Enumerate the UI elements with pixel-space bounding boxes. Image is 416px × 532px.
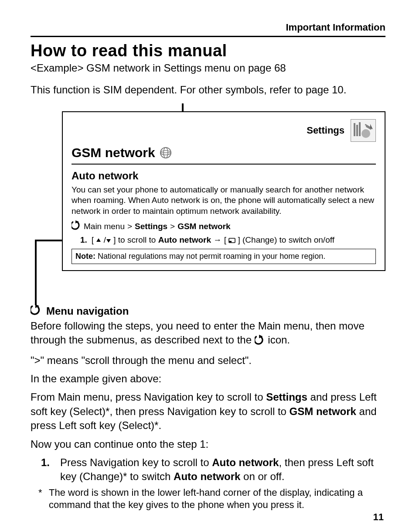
outer-step: 1. Press Navigation key to scroll to Aut…: [41, 456, 385, 484]
p4-gsm: GSM network: [290, 405, 356, 417]
menu-nav-p5: Now you can continue onto the step 1:: [31, 437, 385, 451]
p4-settings: Settings: [266, 391, 307, 403]
svg-point-4: [361, 129, 370, 138]
auto-network-desc: You can set your phone to automatically …: [72, 185, 376, 217]
menu-nav-heading: Menu navigation: [31, 304, 385, 318]
diagram: Settings GSM network: [31, 103, 385, 295]
page: Important Information How to read this m…: [0, 0, 416, 532]
nav-sep1: >: [127, 221, 132, 232]
up-down-icon: /: [94, 235, 113, 244]
outer-step-num: 1.: [41, 456, 52, 484]
auto-network-title: Auto network: [72, 170, 376, 182]
softkey-icon: [226, 235, 238, 244]
page-number: 11: [373, 511, 384, 523]
arrow-then: → [: [211, 235, 226, 244]
menu-nav-heading-text: Menu navigation: [46, 305, 129, 317]
footnote-text: The word is shown in the lower left-hand…: [49, 487, 385, 511]
inner-step-num: 1.: [80, 235, 87, 246]
menu-nav-p4: From Main menu, press Navigation key to …: [31, 390, 385, 432]
change-text: ] (Change) to switch on/off: [238, 235, 334, 244]
nav-gsm: GSM network: [177, 221, 230, 232]
inner-step: 1. [ / ] to scroll to Auto network → [ ]…: [80, 235, 376, 246]
menu-nav-p1: Before following the steps, you need to …: [31, 319, 385, 349]
header-rule: [31, 36, 385, 37]
sim-dependent-icon: [160, 147, 172, 159]
p4-a: From Main menu, press Navigation key to …: [31, 391, 266, 403]
nav-sep2: >: [170, 221, 175, 232]
svg-rect-1: [354, 123, 355, 136]
footnote-star: *: [38, 487, 44, 511]
settings-icon: [351, 119, 376, 142]
inner-step-body: [ / ] to scroll to Auto network → [ ] (C…: [92, 235, 334, 246]
menu-nav-p1-a: Before following the steps, you need to …: [31, 320, 365, 346]
step-d: Auto network: [174, 470, 240, 482]
note-label: Note:: [75, 252, 95, 261]
note-box: Note: National regulations may not permi…: [72, 249, 376, 264]
note-text: National regulations may not permit roam…: [95, 252, 325, 261]
step-e: on or off.: [240, 470, 284, 482]
page-title: How to read this manual: [31, 41, 385, 60]
menu-nav-p3: In the example given above:: [31, 372, 385, 386]
nav-arrow-icon: [72, 220, 81, 233]
gsm-title: GSM network: [72, 145, 155, 160]
nav-arrow-icon: [255, 335, 265, 349]
leader-line-left-v: [35, 240, 37, 305]
settings-label: Settings: [307, 125, 344, 136]
svg-rect-12: [229, 241, 232, 242]
intro-sim: This function is SIM dependent. For othe…: [31, 83, 385, 97]
scroll-text: ] to scroll to: [113, 235, 158, 244]
outer-step-body: Press Navigation key to scroll to Auto n…: [60, 456, 385, 484]
svg-rect-2: [356, 125, 358, 136]
menu-nav-p2: ">" means "scroll through the menu and s…: [31, 354, 385, 367]
settings-row: Settings: [72, 119, 376, 142]
nav-settings: Settings: [135, 221, 167, 232]
svg-rect-3: [359, 122, 361, 136]
nav-arrow-icon: [31, 304, 42, 318]
step-a: Press Navigation key to scroll to: [60, 456, 212, 468]
menu-nav-p1-b: icon.: [268, 334, 290, 346]
nav-path: Main menu > Settings > GSM network: [72, 220, 376, 233]
header-section: Important Information: [31, 22, 385, 33]
intro-example: <Example> GSM network in Settings menu o…: [31, 61, 385, 75]
step-target: Auto network: [158, 235, 211, 244]
nav-prefix: Main menu: [84, 221, 125, 232]
footnote: * The word is shown in the lower left-ha…: [38, 487, 385, 511]
manual-excerpt-box: Settings GSM network: [62, 111, 385, 271]
gsm-heading-row: GSM network: [72, 145, 376, 165]
step-b: Auto network: [212, 456, 279, 468]
